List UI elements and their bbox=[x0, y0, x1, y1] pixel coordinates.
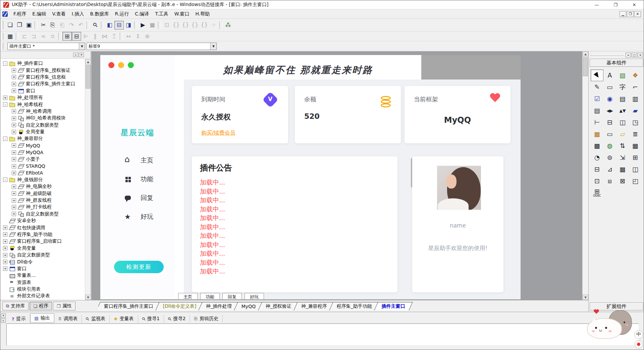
toolbar-button[interactable]: ⊐ bbox=[29, 32, 39, 41]
toolbar-button[interactable] bbox=[35, 21, 38, 29]
toolbar-button[interactable]: ⁂ bbox=[223, 21, 233, 30]
tree-item[interactable]: 外部文件记录表 bbox=[0, 293, 85, 299]
mdi-control-button[interactable]: ✕ bbox=[634, 11, 641, 17]
toolbar-button[interactable] bbox=[101, 21, 104, 29]
toolbar-button[interactable]: ↕ bbox=[133, 32, 143, 41]
component-tool-icon[interactable]: ▦ bbox=[629, 140, 642, 152]
tree-item[interactable]: + 神_打卡线程 bbox=[0, 204, 85, 210]
toolbar-button[interactable] bbox=[134, 21, 137, 29]
menu-item[interactable]: V.查看 bbox=[49, 10, 69, 18]
tree-expander-icon[interactable]: + bbox=[12, 75, 16, 79]
toolbar-button[interactable]: {} bbox=[181, 21, 190, 30]
toolbar-button[interactable]: ≍ bbox=[39, 32, 48, 41]
tree-scrollbar[interactable]: ▲ ▼ bbox=[85, 59, 91, 300]
tree-item[interactable]: + 红包快捷调用 bbox=[0, 224, 85, 231]
toolbar-button[interactable] bbox=[58, 33, 61, 40]
window-selector-combo[interactable]: 插件主窗口 * ▼ bbox=[7, 43, 85, 50]
tree-expander-icon[interactable]: + bbox=[12, 143, 16, 148]
document-window-tab[interactable]: 神_兼容程序 bbox=[293, 302, 334, 310]
output-text-area[interactable] bbox=[6, 323, 639, 346]
menu-item[interactable]: T.工具 bbox=[152, 10, 171, 18]
form-nav-item[interactable]: 回复 bbox=[100, 189, 175, 207]
component-tool-icon[interactable]: ◰ bbox=[629, 175, 642, 187]
tree-item[interactable]: 安卓全秒 bbox=[0, 217, 85, 224]
component-tool-icon[interactable]: ▤ bbox=[616, 93, 629, 105]
tree-item[interactable]: + 窗口 bbox=[0, 88, 85, 94]
tree-item[interactable]: + 窗口程序集_插件主窗口 bbox=[0, 81, 85, 87]
component-tool-icon[interactable]: ⊟ bbox=[591, 163, 603, 175]
toolbar-button[interactable]: ↔ bbox=[124, 32, 133, 41]
tree-item[interactable]: + 自定义数据类型 bbox=[0, 211, 85, 217]
toolbar-button[interactable]: ✂ bbox=[39, 21, 48, 30]
menu-item[interactable]: W.窗口 bbox=[171, 10, 193, 18]
tree-expander-icon[interactable]: + bbox=[3, 232, 7, 237]
form-nav-item[interactable]: 主页 bbox=[100, 151, 175, 170]
toolbar-button[interactable]: ⊟ bbox=[114, 21, 124, 30]
document-window-tab[interactable]: 插件主窗口 bbox=[374, 302, 413, 310]
mdi-control-button[interactable]: ▁ bbox=[620, 11, 626, 17]
toolbar-button[interactable]: ≎ bbox=[48, 32, 57, 41]
toolbar-button[interactable]: ⊟ bbox=[72, 32, 81, 41]
panel-control-button[interactable]: □ bbox=[632, 53, 637, 57]
tree-expander-icon[interactable]: + bbox=[12, 123, 16, 127]
toolbar-button[interactable]: ⋈ bbox=[100, 32, 109, 41]
mdi-control-button[interactable]: ❐ bbox=[627, 11, 634, 17]
component-tool-icon[interactable]: ▥ bbox=[629, 93, 642, 105]
tree-expander-icon[interactable]: + bbox=[3, 246, 7, 250]
toolbar-button[interactable]: ∥ bbox=[91, 32, 100, 41]
document-window-tab[interactable]: 程序集_助手功能 bbox=[329, 302, 379, 310]
document-window-tab[interactable]: 窗口程序集_插件主窗口 bbox=[98, 302, 161, 310]
toolbar-button[interactable]: ⊡ bbox=[162, 21, 171, 30]
buy-renew-link[interactable]: 购买/续费会员 bbox=[201, 130, 235, 137]
component-tool-icon[interactable]: ⇅ bbox=[616, 140, 629, 152]
side-panel-tab[interactable]: ⧉ 支持库 bbox=[2, 302, 29, 310]
panel-control-button[interactable]: ✕ bbox=[1, 313, 6, 318]
component-tool-icon[interactable]: ▭ bbox=[603, 81, 616, 93]
toolbar-button[interactable]: ◧ bbox=[105, 21, 114, 30]
panel-control-button[interactable]: ✕ bbox=[79, 53, 84, 57]
panel-control-button[interactable]: ▫ bbox=[1, 318, 6, 323]
tree-expander-icon[interactable]: + bbox=[12, 212, 16, 216]
toolbar-button[interactable] bbox=[16, 33, 19, 40]
form-bottom-tab[interactable]: 回复 bbox=[222, 293, 242, 299]
form-nav-item[interactable]: 好玩 bbox=[100, 207, 175, 226]
component-tool-icon[interactable]: ▰ bbox=[629, 105, 642, 116]
component-tool-icon[interactable]: A bbox=[603, 69, 616, 81]
tree-expander-icon[interactable]: + bbox=[12, 150, 16, 155]
toolbar-button[interactable] bbox=[120, 33, 123, 40]
toolbar-button[interactable]: ↶ bbox=[76, 21, 86, 30]
toolbar-button[interactable]: {} bbox=[171, 21, 181, 30]
tree-item[interactable]: + 神_超级防破 bbox=[0, 190, 85, 197]
toolbar-button[interactable]: ⎘ bbox=[48, 21, 57, 30]
component-tool-icon[interactable]: ▩ bbox=[591, 140, 603, 152]
output-tab[interactable]: ⠿ 调用表 bbox=[54, 315, 82, 323]
tree-expander-icon[interactable]: + bbox=[3, 253, 7, 257]
toolbar-button[interactable]: ⊏ bbox=[20, 32, 29, 41]
tree-expander-icon[interactable]: + bbox=[12, 185, 16, 189]
menu-item[interactable]: R.运行 bbox=[112, 10, 132, 18]
tree-expander-icon[interactable]: - bbox=[3, 102, 7, 107]
menu-item[interactable]: E.编辑 bbox=[29, 10, 49, 18]
output-tab[interactable]: ? 提示 bbox=[8, 315, 30, 323]
component-selector-combo[interactable]: 标签9 ▼ bbox=[87, 43, 217, 50]
menu-item[interactable]: B.数据库 bbox=[87, 10, 112, 18]
tree-item[interactable]: + Dll命令 bbox=[0, 258, 85, 265]
toolbar-button[interactable]: ◨ bbox=[124, 21, 133, 30]
component-tool-icon[interactable]: ◂▸ bbox=[603, 105, 616, 116]
tree-item[interactable]: + ERbotA bbox=[0, 169, 85, 176]
tree-expander-icon[interactable]: + bbox=[12, 198, 16, 203]
tree-item[interactable]: + 自定义数据类型 bbox=[0, 122, 85, 129]
menu-item[interactable]: C.编译 bbox=[132, 10, 152, 18]
tree-item[interactable]: + 全局变量 bbox=[0, 245, 85, 252]
component-tool-icon[interactable]: ⊟ bbox=[603, 116, 616, 128]
output-tab[interactable]: ❖ 变量表 bbox=[110, 315, 138, 323]
component-tool-icon[interactable]: ◍ bbox=[603, 140, 616, 152]
tree-expander-icon[interactable]: + bbox=[12, 89, 16, 93]
panel-control-button[interactable]: ≡ bbox=[626, 53, 631, 57]
tree-item[interactable]: + 全局变量 bbox=[0, 129, 85, 135]
tree-item[interactable]: + 神印_哈希表用模块 bbox=[0, 115, 85, 121]
chevron-down-icon[interactable]: ▼ bbox=[210, 43, 216, 50]
ime-punctuation-badge[interactable] bbox=[635, 340, 643, 348]
tree-expander-icon[interactable]: + bbox=[12, 171, 16, 175]
tree-item[interactable]: - 神_哈希线程 bbox=[0, 101, 85, 108]
